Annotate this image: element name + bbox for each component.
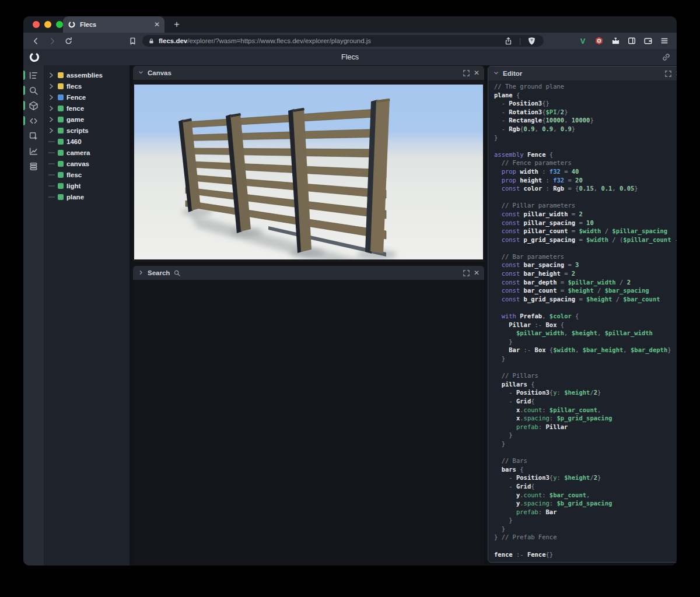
tree-item-label: Fence (66, 94, 86, 101)
reload-button[interactable] (62, 34, 75, 47)
entity-color-swatch (58, 106, 64, 111)
tree-item-flesc[interactable]: flesc (44, 169, 130, 180)
iconbar-search-button[interactable] (23, 83, 44, 98)
sidebar-toggle-icon[interactable] (625, 34, 638, 47)
tree-item-camera[interactable]: camera (44, 147, 130, 158)
code-line: } (494, 525, 677, 533)
brave-shield-icon[interactable] (525, 34, 538, 47)
expand-chevron-icon[interactable] (48, 94, 55, 100)
code-line (494, 448, 677, 457)
tab-flecs[interactable]: Flecs ✕ (63, 16, 164, 33)
code-line: const pillar_width = 2 (494, 210, 677, 219)
tree-item-fence[interactable]: fence (44, 103, 130, 114)
code-line: - Position3{} (494, 99, 677, 108)
code-line (494, 542, 677, 550)
code-line: x.spacing: $p_grid_spacing (494, 414, 677, 423)
link-icon[interactable] (662, 52, 671, 62)
search-icon (173, 269, 181, 277)
chevron-right-icon[interactable] (138, 268, 144, 278)
active-panel-indicator (23, 86, 25, 95)
tab-close-icon[interactable]: ✕ (154, 21, 160, 28)
minimize-window-button[interactable] (44, 21, 51, 28)
tree-item-label: 1460 (66, 138, 82, 145)
forward-button[interactable] (46, 34, 58, 47)
fullscreen-icon[interactable] (463, 269, 470, 277)
code-line: const pillar_count = $width / $pillar_sp… (494, 227, 677, 236)
editor-panel: Editor ✕ // The ground planeplane { - Po… (488, 66, 677, 563)
code-line: - Grid{ (494, 482, 677, 491)
tree-item-flecs[interactable]: flecs (44, 80, 130, 92)
tree-item-label: fence (66, 105, 84, 112)
leaf-dash-icon (48, 174, 55, 175)
share-icon[interactable] (502, 34, 515, 47)
tree-item-label: game (66, 116, 84, 123)
divider: | (519, 37, 521, 45)
tree-item-scripts[interactable]: scripts (44, 125, 130, 136)
expand-chevron-icon[interactable] (48, 128, 55, 134)
iconbar-stats-button[interactable] (23, 143, 44, 159)
leaf-dash-icon (48, 163, 55, 164)
entity-color-swatch (58, 150, 64, 156)
editor-column: Editor ✕ // The ground planeplane { - Po… (488, 65, 677, 566)
extension-v-icon[interactable]: V (576, 34, 589, 47)
search-panel-body (133, 280, 484, 566)
desktop: Flecs ✕ + flecs.dev/explorer/?wasm=ht (0, 0, 700, 597)
expand-chevron-icon[interactable] (48, 72, 55, 78)
url-bar[interactable]: flecs.dev/explorer/?wasm=https://www.fle… (142, 35, 544, 47)
iconbar-queries-button[interactable] (23, 159, 44, 174)
chevron-down-icon[interactable] (493, 68, 499, 79)
iconbar-outliner-button[interactable] (23, 68, 44, 83)
close-icon[interactable]: ✕ (474, 69, 480, 76)
back-button[interactable] (29, 34, 42, 47)
tree-item-label: flesc (66, 171, 82, 178)
iconbar-scene-button[interactable] (23, 98, 44, 113)
expand-chevron-icon[interactable] (48, 106, 55, 111)
tree-item-plane[interactable]: plane (44, 191, 130, 202)
tree-item-light[interactable]: light (44, 180, 130, 191)
entity-tree: assembliesflecsFencefencegamescripts1460… (44, 65, 130, 566)
wallet-icon[interactable] (642, 34, 654, 47)
chevron-down-icon[interactable] (138, 68, 144, 78)
new-tab-button[interactable]: + (170, 18, 183, 31)
code-line: - Rgb{0.9, 0.9, 0.9} (494, 125, 677, 134)
editor-panel-header[interactable]: Editor ✕ (488, 66, 677, 80)
bookmark-icon[interactable] (126, 34, 139, 47)
tree-item-game[interactable]: game (44, 114, 130, 125)
close-icon[interactable]: ✕ (676, 70, 677, 77)
close-window-button[interactable] (33, 21, 40, 28)
flecs-favicon (68, 20, 76, 29)
code-line: plane { (494, 91, 677, 100)
expand-chevron-icon[interactable] (48, 117, 55, 122)
code-line: const bar_spacing = 3 (494, 261, 677, 269)
code-line (494, 303, 677, 312)
search-panel-title: Search (148, 269, 170, 276)
zoom-window-button[interactable] (56, 21, 63, 28)
expand-chevron-icon[interactable] (48, 83, 55, 89)
fullscreen-icon[interactable] (664, 70, 672, 78)
canvas-3d-view[interactable] (134, 85, 483, 259)
tree-item-Fence[interactable]: Fence (44, 92, 130, 103)
queries-icon (29, 161, 38, 171)
tab-title: Flecs (80, 21, 150, 28)
iconbar-code-button[interactable] (23, 113, 44, 128)
menu-hamburger-icon[interactable] (658, 34, 671, 47)
url-text: flecs.dev/explorer/?wasm=https://www.fle… (159, 37, 498, 44)
tree-item-canvas[interactable]: canvas (44, 158, 130, 169)
code-line: prefab: Bar (494, 508, 677, 517)
tree-item-1460[interactable]: 1460 (44, 136, 130, 147)
search-panel-header[interactable]: Search ✕ (133, 266, 484, 280)
editor-code[interactable]: // The ground planeplane { - Position3{}… (488, 80, 677, 562)
close-icon[interactable]: ✕ (474, 269, 480, 276)
canvas-panel-header[interactable]: Canvas ✕ (133, 66, 484, 80)
leaf-dash-icon (48, 141, 55, 142)
fullscreen-icon[interactable] (463, 69, 470, 77)
extension-hexagon-icon[interactable] (593, 34, 606, 47)
tree-item-assemblies[interactable]: assemblies (44, 69, 130, 80)
code-line: prefab: Pillar (494, 423, 677, 431)
stats-icon (29, 146, 38, 156)
iconbar-inspect-button[interactable] (23, 128, 44, 143)
url-path: /explorer/?wasm=https://www.flecs.dev/ex… (187, 37, 371, 44)
extensions-puzzle-icon[interactable] (609, 34, 622, 47)
entity-color-swatch (58, 83, 64, 89)
code-line: const b_grid_spacing = $height / $bar_co… (494, 295, 677, 304)
